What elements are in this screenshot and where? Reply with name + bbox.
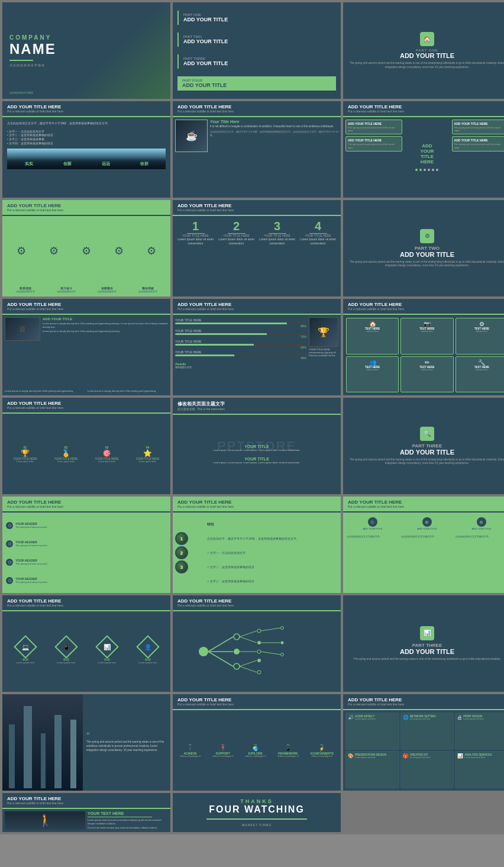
slide5-text: Your Title Here It is not difficult to i… <box>210 120 338 195</box>
progress-bars: YOUR TITLE HERE 85% YOUR TITLE HERE 70% … <box>175 317 306 393</box>
slide-services: ADD YOUR TITLE HERE Put a relevant subti… <box>343 694 504 791</box>
circle-1: 1 <box>175 532 188 545</box>
svg-point-20 <box>281 642 284 644</box>
slide-gears: ADD YOUR TITLE HERE Put a relevant subti… <box>2 200 170 296</box>
circle-2: 2 <box>175 546 188 559</box>
your-title-1: YOUR TITLE Lorem ipsum, Lorem ipsum. Lor… <box>176 444 337 452</box>
slide11-photo: 🏆 YOUR TITLE HERE. compensatory aligning… <box>309 317 338 393</box>
slide-quote: " The spring and autumn period and the w… <box>2 694 170 791</box>
slide-diamonds: ADD YOUR TITLE HERE Put a relevant subti… <box>2 595 170 692</box>
part-two-desc: The spring and autumn period and the war… <box>349 260 504 268</box>
svg-line-18 <box>261 652 280 655</box>
award-1: 01 🏆 YOUR TITLE HERE Lorem ipsum dolor <box>13 446 37 463</box>
svg-line-6 <box>240 631 257 637</box>
wave-icon-2: ⊕ ADD YOUR TITLE <box>418 517 437 530</box>
slide6-left: ADD YOUR TITLE HERE The spring and sever… <box>345 120 402 195</box>
part-item-1: PART ONE ADD YOUR TITLE <box>177 11 336 25</box>
slide10-text: ADD YOUR TITLE Lorem ipsum is simply dum… <box>43 317 168 387</box>
gear-2: ⚙ <box>49 244 59 257</box>
service-3: 🖨 PRINT DESIGN Lorem ipsum text here <box>455 713 504 750</box>
icon-grid-item-6: 🔧 TEXT HERE add text here <box>455 356 504 393</box>
slide-content-photo: ADD YOUR TITLE HERE Put a relevant subti… <box>173 101 341 198</box>
service-1: 🔊 AUDIO EFFECT Lorem ipsum text here <box>345 713 399 750</box>
market-label: MARKET FIRMS <box>242 823 272 827</box>
left-item-2: ADD YOUR TITLE HERE The spring and sever… <box>345 136 402 151</box>
numbers-row: 1 YOUR TITLE HERE Lorem Ipsum dolor sit … <box>173 216 341 296</box>
slide19-header: ADD YOUR TITLE HERE Put a relevant subti… <box>2 595 170 611</box>
slide11-content: YOUR TITLE HERE 85% YOUR TITLE HERE 70% … <box>173 315 341 395</box>
award-3: 03 🎯 YOUR TITLE HERE Lorem ipsum dolor <box>95 446 118 463</box>
house-icon: 🏠 <box>420 32 434 46</box>
slide5-content: ☕ Your Title Here It is not difficult to… <box>173 117 341 198</box>
slide6-center: ADDYOURTITLEHERE <box>404 120 450 195</box>
award-photo: 🏆 <box>309 317 338 347</box>
timeline-item-2: ⬡ YOUR HEADER The spring and autumn peri… <box>6 540 167 547</box>
svg-line-2 <box>208 652 233 666</box>
slide-company: COMPANY NAME 点击此处添加文字描述 点击此处添加文字描述 <box>2 2 170 99</box>
circles-left: 1 2 3 <box>175 515 205 591</box>
slide17-content: 1 2 3 特性 点击添加文字，建议字号不小于18磅，这里用来描述事物的语言文字… <box>173 513 341 593</box>
slide18-header: ADD YOUR TITLE HERE Put a relevant subti… <box>343 497 504 513</box>
svg-point-4 <box>234 649 240 655</box>
right-item-2: ADD YOUR TITLE HERE The spring and sever… <box>452 136 504 151</box>
slide24-header: ADD YOUR TITLE HERE Put a relevant subti… <box>343 694 504 710</box>
company-sub: 点击此处添加文字描述 <box>9 63 163 67</box>
prog-3: YOUR TITLE HERE 60% <box>175 340 306 349</box>
photo-placeholder: ☕ <box>175 120 208 152</box>
gear-4: ⚙ <box>114 244 124 257</box>
slide-thanks: THANKS FOUR WATCHING MARKET FIRMS <box>173 793 341 832</box>
svg-point-3 <box>234 634 240 640</box>
gear-3: ⚙ <box>82 244 91 257</box>
award-2: 02 🥇 YOUR TITLE HERE Lorem ipsum dolor <box>54 446 77 463</box>
service-6: 📊 ANALYSIS SERVICES Lorem ipsum text her… <box>455 751 504 788</box>
part-item-4: PART FOUR ADD YOUR TITLE <box>177 76 336 91</box>
slide22-content: " The spring and autumn period and the w… <box>2 694 170 791</box>
wave-icon-3: ⊗ ADD YOUR TITLE <box>472 517 492 530</box>
part-item-2: PART TWO ADD YOUR TITLE <box>177 33 336 47</box>
services-grid: 🔊 AUDIO EFFECT Lorem ipsum text here 🌐 N… <box>343 710 504 791</box>
slide20-header: ADD YOUR TITLE HERE Put a relevant subti… <box>173 595 341 611</box>
milestones-row: 01 ↑ ACHIEVE millions of packages of 02 … <box>173 710 341 791</box>
gear-5: ⚙ <box>147 244 156 257</box>
slide-wave-icons: ADD YOUR TITLE HERE Put a relevant subti… <box>343 497 504 593</box>
num-item-4: 4 YOUR TITLE HERE Lorem Ipsum dolor sit … <box>298 220 338 293</box>
svg-line-9 <box>240 660 257 666</box>
slide10-img: 🖥 <box>5 317 40 387</box>
part-one-desc: The spring and autumn period and the war… <box>349 62 504 69</box>
prog-1: YOUR TITLE HERE 85% <box>175 318 306 328</box>
service-5: 🎁 CREATIVE KIT Lorem ipsum text here <box>400 751 454 788</box>
slide14-header: 修改相关页面主题文字 按主题色切换. This is the instructi… <box>173 398 341 415</box>
icon-grid-item-2: 📷 TEXT HERE add text here <box>400 318 453 354</box>
svg-point-5 <box>234 663 240 669</box>
company-label: COMPANY <box>9 34 163 41</box>
slide13-header: ADD YOUR TITLE HERE Put a relevant subti… <box>2 398 170 414</box>
gear-label-2: 努力奋斗 点击此处添加文字 <box>46 286 86 293</box>
slide14-content: YOUR TITLE Lorem ipsum, Lorem ipsum. Lor… <box>173 415 341 494</box>
icon-grid-item-3: ⚙ TEXT HERE add text here <box>455 318 504 354</box>
timeline-item-1: ⬡ YOUR HEADER The spring and autumn peri… <box>6 522 167 529</box>
milestone-2: 02 📍 SUPPORT millions of packages of <box>212 743 233 758</box>
slide-photo-text: ADD YOUR TITLE HERE Put a relevant subti… <box>2 793 170 832</box>
slide-part-three-b: 📊 PART THREE ADD YOUR TITLE The spring a… <box>343 595 504 692</box>
part-two-icon: ⚙ <box>420 229 434 243</box>
awards-row: 01 🏆 YOUR TITLE HERE Lorem ipsum dolor 0… <box>2 414 170 494</box>
num-item-1: 1 YOUR TITLE HERE Lorem Ipsum dolor sit … <box>175 220 216 293</box>
quote-mark: " <box>86 732 167 740</box>
slide-content-split: ADD YOUR TITLE HERE Put a relevant subti… <box>343 101 504 198</box>
right-item-1: ADD YOUR TITLE HERE The spring and sever… <box>452 120 504 134</box>
slide-content-text: ADD YOUR TITLE HERE Put a relevant subti… <box>2 101 170 198</box>
award-4: 04 ⭐ YOUR TITLE HERE Lorem ipsum dolor <box>135 446 159 463</box>
slide25-text: YOUR TEXT HERE Lorem ipsum dolor sit ame… <box>88 811 168 830</box>
left-item-1: ADD YOUR TITLE HERE The spring and sever… <box>345 120 402 134</box>
diamond-1: 💻 标题 Lorem ipsum text <box>16 639 34 664</box>
svg-point-19 <box>281 627 284 630</box>
gear-1: ⚙ <box>17 244 26 257</box>
wave-icons-row: ⊙ ADD YOUR TITLE ⊕ ADD YOUR TITLE ⊗ ADD … <box>345 515 504 533</box>
slide-computer: ADD YOUR TITLE HERE Put a relevant subti… <box>2 299 170 395</box>
slide-modify-theme: 修改相关页面主题文字 按主题色切换. This is the instructi… <box>173 398 341 494</box>
building-photo <box>2 694 83 791</box>
prog-4: YOUR TITLE HERE 45% <box>175 350 306 360</box>
slide-parts-list: PART ONE ADD YOUR TITLE PART TWO ADD YOU… <box>173 2 341 99</box>
gear-label-3: 创新整合 点击此处添加文字 <box>86 286 127 293</box>
slide23-header: ADD YOUR TITLE HERE Put a relevant subti… <box>173 694 341 710</box>
